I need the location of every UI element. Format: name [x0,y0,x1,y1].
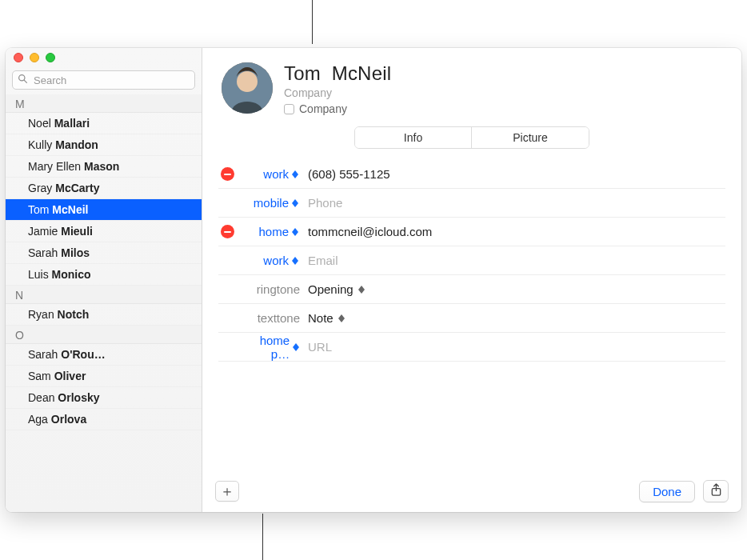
zoom-window-button[interactable] [46,53,55,62]
plus-icon: ＋ [220,482,234,501]
section-header-m: M [6,94,202,113]
first-name-field: Tom [284,62,321,84]
chevron-updown-icon[interactable] [292,228,300,236]
list-item[interactable]: Aga Orlova [6,409,202,430]
company-checkbox-label: Company [299,102,347,115]
phone-work-label[interactable]: work [263,167,289,181]
chevron-updown-icon [338,314,346,322]
avatar[interactable] [222,62,273,114]
callout-line-bottom [262,514,263,560]
share-button[interactable] [703,480,729,502]
tab-picture[interactable]: Picture [472,127,589,148]
phone-work-value[interactable]: (608) 555-1125 [308,167,725,181]
list-item[interactable]: Dean Orlosky [6,387,202,409]
texttone-popup[interactable]: Note [308,311,346,325]
contacts-window: M Noel Mallari Kully Mandon Mary Ellen M… [6,48,741,512]
search-input[interactable] [32,74,190,87]
search-icon [18,74,32,86]
svg-point-3 [237,71,258,92]
email-home-label[interactable]: home [258,225,289,238]
list-item-selected[interactable]: Tom McNeil [6,199,202,221]
list-item[interactable]: Sarah Milos [6,242,202,264]
contact-card-pane: Tom McNeil Company Company Info Picture … [202,48,741,512]
chevron-updown-icon[interactable] [292,170,300,178]
minimize-window-button[interactable] [30,53,39,62]
url-field[interactable]: URL [308,340,725,354]
texttone-label: texttone [258,311,300,325]
list-item[interactable]: Sam Oliver [6,366,202,387]
share-icon [710,483,722,500]
close-window-button[interactable] [14,53,23,62]
tab-info[interactable]: Info [355,127,472,148]
url-label[interactable]: home p… [244,334,290,361]
email-home-value[interactable]: tommcneil@icloud.com [308,225,725,238]
window-controls [6,48,202,67]
phone-mobile-field[interactable]: Phone [308,196,725,210]
list-item[interactable]: Luis Monico [6,264,202,286]
chevron-updown-icon[interactable] [292,257,300,265]
chevron-updown-icon[interactable] [292,199,300,207]
remove-phone-work-button[interactable] [221,167,234,181]
list-item[interactable]: Jamie Mieuli [6,221,202,242]
list-item[interactable]: Kully Mandon [6,134,202,156]
list-item[interactable]: Mary Ellen Mason [6,156,202,178]
company-field[interactable]: Company [284,86,725,99]
list-item[interactable]: Sarah O'Rou… [6,344,202,366]
email-work-label[interactable]: work [263,254,289,267]
list-item[interactable]: Gray McCarty [6,178,202,199]
contact-name[interactable]: Tom McNeil [284,62,725,85]
section-header-o: O [6,326,202,344]
contacts-list[interactable]: M Noel Mallari Kully Mandon Mary Ellen M… [6,94,202,512]
ringtone-popup[interactable]: Opening [308,282,366,296]
svg-line-1 [24,80,26,82]
remove-email-home-button[interactable] [221,225,234,238]
search-field[interactable] [12,70,195,90]
chevron-updown-icon[interactable] [293,343,300,351]
list-item[interactable]: Ryan Notch [6,304,202,326]
callout-line-top [312,0,313,44]
list-item[interactable]: Noel Mallari [6,113,202,134]
company-checkbox[interactable] [284,104,294,114]
last-name-field: McNeil [332,62,392,84]
email-work-field[interactable]: Email [308,254,725,267]
done-button[interactable]: Done [639,481,695,502]
phone-mobile-label[interactable]: mobile [254,196,289,210]
chevron-updown-icon [358,286,366,294]
sidebar: M Noel Mallari Kully Mandon Mary Ellen M… [6,48,202,512]
tab-bar: Info Picture [354,126,589,149]
ringtone-label: ringtone [257,282,300,296]
section-header-n: N [6,286,202,304]
add-field-button[interactable]: ＋ [215,481,239,502]
